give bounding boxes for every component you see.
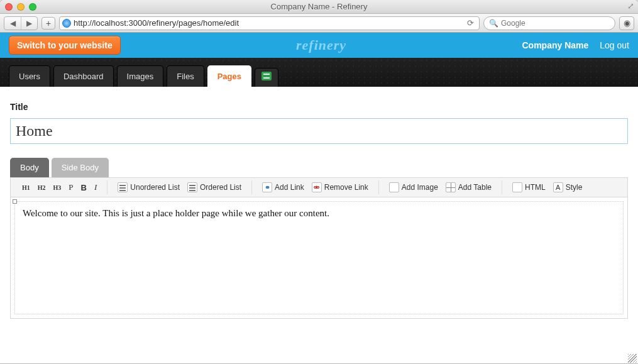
reload-icon[interactable]: ⟳ bbox=[467, 18, 476, 28]
logout-link[interactable]: Log out bbox=[600, 40, 629, 50]
italic-button[interactable]: I bbox=[93, 180, 98, 194]
unlink-icon: ⚮ bbox=[312, 182, 322, 192]
editor-tab-side-body[interactable]: Side Body bbox=[52, 158, 109, 177]
window-close-button[interactable] bbox=[5, 3, 13, 11]
company-name-link[interactable]: Company Name bbox=[522, 40, 588, 50]
wysiwyg-editor: H1 H2 H3 P B I Unordered List Ordered Li… bbox=[10, 177, 628, 319]
italic-icon: I bbox=[94, 182, 97, 192]
app-topbar: Switch to your website refinery Company … bbox=[0, 33, 638, 58]
wysiwyg-toolbar: H1 H2 H3 P B I Unordered List Ordered Li… bbox=[11, 178, 627, 197]
unordered-list-label: Unordered List bbox=[130, 183, 180, 192]
search-bar[interactable]: 🔍 bbox=[483, 16, 615, 30]
add-link-label: Add Link bbox=[275, 183, 304, 192]
search-icon: 🔍 bbox=[489, 19, 498, 28]
bold-icon: B bbox=[81, 183, 87, 192]
window-titlebar: Company Name - Refinery ⤢ bbox=[0, 0, 638, 14]
remove-link-label: Remove Link bbox=[324, 183, 368, 192]
add-image-button[interactable]: Add Image bbox=[388, 180, 439, 194]
h1-button[interactable]: H1 bbox=[21, 182, 31, 193]
add-link-button[interactable]: ⚭Add Link bbox=[261, 180, 305, 194]
ordered-list-label: Ordered List bbox=[200, 183, 241, 192]
add-table-button[interactable]: Add Table bbox=[444, 180, 493, 194]
ordered-list-icon bbox=[187, 182, 197, 192]
style-button[interactable]: AStyle bbox=[552, 180, 584, 194]
switch-to-website-button[interactable]: Switch to your website bbox=[9, 36, 121, 55]
editor-tab-body[interactable]: Body bbox=[10, 158, 49, 177]
forward-button[interactable]: ▶ bbox=[21, 17, 37, 30]
style-label: Style bbox=[566, 183, 583, 192]
back-button[interactable]: ◀ bbox=[4, 17, 21, 30]
h2-icon: H2 bbox=[38, 184, 46, 191]
editor-text: Welcome to our site. This is just a plac… bbox=[23, 208, 329, 218]
url-input[interactable] bbox=[74, 18, 465, 28]
browser-menu-button[interactable]: ◉ bbox=[619, 16, 634, 30]
add-image-label: Add Image bbox=[402, 183, 438, 192]
brand-logo: refinery bbox=[121, 37, 522, 53]
nav-tab-reorder[interactable] bbox=[255, 68, 278, 87]
link-icon: ⚭ bbox=[262, 182, 272, 192]
h3-icon: H3 bbox=[53, 184, 62, 191]
browser-toolbar: ◀ ▶ + ⟳ 🔍 ◉ bbox=[0, 14, 638, 33]
title-label: Title bbox=[10, 102, 628, 112]
globe-icon bbox=[62, 19, 71, 28]
window-minimize-button[interactable] bbox=[17, 3, 25, 11]
html-button[interactable]: HTML bbox=[511, 180, 547, 194]
window-resize-grip[interactable] bbox=[628, 354, 637, 363]
h2-button[interactable]: H2 bbox=[36, 182, 47, 193]
nav-tab-users[interactable]: Users bbox=[9, 65, 50, 87]
h3-button[interactable]: H3 bbox=[52, 182, 63, 193]
page-content: Title Body Side Body H1 H2 H3 P B I Unor… bbox=[0, 87, 638, 363]
style-icon: A bbox=[553, 182, 563, 192]
url-bar[interactable]: ⟳ bbox=[59, 16, 480, 30]
title-input[interactable] bbox=[10, 118, 628, 144]
search-input[interactable] bbox=[501, 19, 610, 28]
editor-content-area[interactable]: Welcome to our site. This is just a plac… bbox=[14, 201, 624, 314]
window-expand-icon[interactable]: ⤢ bbox=[627, 1, 634, 11]
selection-handle[interactable] bbox=[13, 199, 17, 204]
add-table-label: Add Table bbox=[458, 183, 492, 192]
nav-tab-dashboard[interactable]: Dashboard bbox=[53, 65, 114, 87]
nav-buttons: ◀ ▶ bbox=[4, 16, 38, 30]
image-icon bbox=[389, 182, 399, 192]
main-nav: Users Dashboard Images Files Pages bbox=[0, 58, 638, 87]
nav-tab-pages[interactable]: Pages bbox=[207, 65, 251, 87]
ordered-list-button[interactable]: Ordered List bbox=[186, 180, 243, 194]
remove-link-button[interactable]: ⚮Remove Link bbox=[311, 180, 370, 194]
table-icon bbox=[446, 182, 456, 192]
h1-icon: H1 bbox=[22, 184, 30, 191]
nav-tab-images[interactable]: Images bbox=[117, 65, 164, 87]
unordered-list-button[interactable]: Unordered List bbox=[116, 180, 181, 194]
paragraph-icon: P bbox=[69, 182, 73, 192]
html-icon bbox=[512, 182, 522, 192]
add-tab-button[interactable]: + bbox=[41, 17, 55, 30]
window-title: Company Name - Refinery bbox=[0, 2, 638, 11]
nav-tab-files[interactable]: Files bbox=[167, 65, 204, 87]
unordered-list-icon bbox=[118, 182, 128, 192]
html-label: HTML bbox=[525, 183, 546, 192]
paragraph-button[interactable]: P bbox=[67, 180, 74, 194]
window-zoom-button[interactable] bbox=[29, 3, 36, 11]
bold-button[interactable]: B bbox=[80, 181, 88, 194]
reorder-icon bbox=[261, 72, 272, 80]
